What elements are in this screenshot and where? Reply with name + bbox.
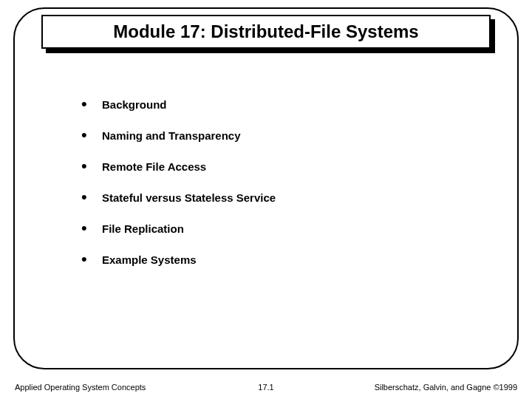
- bullet-icon: •: [81, 220, 102, 236]
- list-item: • Naming and Transparency: [81, 127, 466, 143]
- bullet-text: Stateful versus Stateless Service: [102, 191, 276, 204]
- list-item: • Example Systems: [81, 251, 466, 267]
- bullet-icon: •: [81, 189, 102, 205]
- list-item: • File Replication: [81, 220, 466, 236]
- bullet-text: Naming and Transparency: [102, 129, 241, 142]
- footer-left: Applied Operating System Concepts: [15, 383, 258, 392]
- footer-page-number: 17.1: [258, 383, 273, 392]
- list-item: • Remote File Access: [81, 158, 466, 174]
- bullet-text: Remote File Access: [102, 160, 206, 173]
- bullet-text: File Replication: [102, 222, 184, 235]
- bullet-icon: •: [81, 96, 102, 112]
- bullet-icon: •: [81, 127, 102, 143]
- bullet-text: Example Systems: [102, 253, 197, 266]
- title-box: Module 17: Distributed-File Systems: [41, 15, 491, 49]
- footer: Applied Operating System Concepts 17.1 S…: [0, 383, 532, 392]
- bullet-list: • Background • Naming and Transparency •…: [81, 96, 466, 282]
- bullet-text: Background: [102, 98, 167, 111]
- slide-title: Module 17: Distributed-File Systems: [113, 21, 418, 42]
- list-item: • Background: [81, 96, 466, 112]
- bullet-icon: •: [81, 158, 102, 174]
- footer-right: Silberschatz, Galvin, and Gagne ©1999: [274, 383, 517, 392]
- list-item: • Stateful versus Stateless Service: [81, 189, 466, 205]
- bullet-icon: •: [81, 251, 102, 267]
